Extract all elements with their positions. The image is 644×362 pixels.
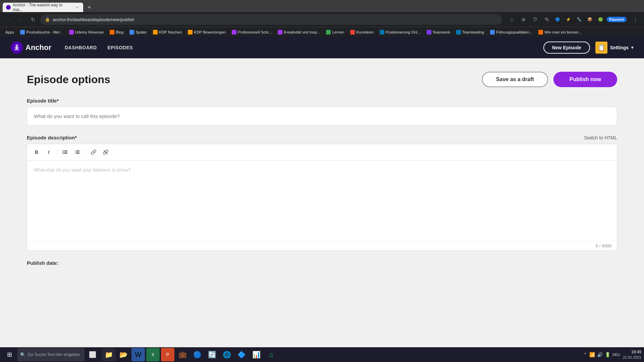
link-button[interactable] [88,147,99,158]
bookmark-label: Positionierung Onl... [386,30,421,34]
browser-actions: ☆ ⊕ ⏱ [507,15,540,24]
taskbar-explorer[interactable]: 📁 [102,348,115,361]
clock[interactable]: 18:49 21.01.2021 [623,349,641,360]
bookmark-favicon [20,30,25,35]
menu-button[interactable]: ⋮ [631,15,640,24]
bookmark-kreativitaet[interactable]: Kreativität und Insp... [275,29,323,35]
nav-dashboard[interactable]: DASHBOARD [65,45,97,50]
bookmark-kdp-bew[interactable]: KDP Bewertungen [185,29,228,35]
battery-icon[interactable]: 🔋 [605,352,610,357]
new-tab-button[interactable]: + [85,3,94,12]
taskbar-powerpoint[interactable]: P [161,348,174,361]
taskbar-spotify[interactable]: ♫ [264,348,278,361]
bookmark-label: KDP Nischen [159,30,182,34]
taskbar-edge[interactable]: 🔷 [235,348,248,361]
bold-button[interactable]: B [31,147,42,158]
url-bar[interactable]: 🔒 anchor.fm/dashboard/episode/new/publis… [40,14,502,25]
taskbar-app7[interactable]: 🔄 [205,348,219,361]
numbered-list-button[interactable]: 1. 2. 3. [72,147,83,158]
taskbar-chrome[interactable]: 🌐 [220,348,233,361]
bullet-list-button[interactable] [60,147,70,158]
bookmark-favicon [350,30,355,35]
ext-icon-2[interactable]: 🔵 [553,15,562,24]
windows-start-button[interactable]: ⊞ [3,348,16,361]
ext-icon-6[interactable]: 🟢 [596,15,605,24]
settings-button[interactable]: 📋 Settings ▾ [595,42,633,54]
bookmark-favicon [380,30,384,35]
bookmark-produktsuche[interactable]: Produktsuche - Mer... [17,29,65,35]
taskbar-excel[interactable]: X [146,348,160,361]
bookmark-lernen[interactable]: Lernen [323,29,347,35]
extensions-area: 🔌 🔵 ⚡ 🔧 📦 🟢 Pausiert [542,15,627,24]
bookmark-kursideen[interactable]: Kursideen [347,29,376,35]
history-icon[interactable]: ⏱ [530,15,540,24]
active-tab[interactable]: Anchor - The easiest way to mai... × [3,3,83,12]
unlink-button[interactable] [100,147,111,158]
bookmark-udemy[interactable]: Udemy Revenue [66,29,107,35]
address-bar: ← → ↻ 🔒 anchor.fm/dashboard/episode/new/… [0,12,644,27]
search-button[interactable]: 🔍 Zur Suche Text hier eingeben [17,348,85,361]
new-episode-button[interactable]: New Episode [543,42,590,54]
bookmark-label: KDP Bewertungen [194,30,225,34]
bookmark-blog[interactable]: Blog [107,29,126,35]
description-input[interactable]: What else do you want your listeners to … [27,161,617,241]
anchor-logo[interactable]: Anchor [11,42,51,54]
description-label: Episode description* [27,135,77,140]
episode-description-section: Episode description* Switch to HTML B I [27,135,617,251]
episode-title-section: Episode title* [27,98,617,125]
taskbar-app5[interactable]: 💼 [176,348,189,361]
taskbar-app8[interactable]: 📊 [250,348,263,361]
bookmark-wie-man[interactable]: Wie man ein besser... [536,29,584,35]
switch-to-html-button[interactable]: Switch to HTML [584,135,617,140]
taskbar-word[interactable]: W [131,348,145,361]
publish-date-section: Publish date: [27,260,617,266]
svg-rect-4 [64,152,67,153]
bookmark-favicon [278,30,282,35]
zoom-icon[interactable]: ⊕ [519,15,528,24]
reload-button[interactable]: ↻ [28,15,38,24]
bookmark-label: Wie man ein besser... [544,30,582,34]
bookmark-teamwork[interactable]: Teamwork [424,29,453,35]
task-view-button[interactable]: ⬜ [86,348,99,361]
forward-button[interactable]: → [16,15,25,24]
tab-close-button[interactable]: × [74,5,80,10]
bookmark-spaeter[interactable]: Später [127,29,150,35]
profile-badge[interactable]: Pausiert [607,17,627,22]
bookmark-label: Professionell Schr... [238,30,272,34]
volume-icon[interactable]: 🔊 [597,352,603,357]
back-button[interactable]: ← [4,15,13,24]
bookmark-teamleading[interactable]: Teamleading [453,29,487,35]
ext-icon-1[interactable]: 🔌 [542,15,552,24]
settings-chevron-icon: ▾ [631,45,633,50]
nav-right: New Episode 📋 Settings ▾ [543,42,633,54]
nav-episodes[interactable]: EPISODES [108,45,133,50]
bookmark-kdp-nischen[interactable]: KDP Nischen [150,29,184,35]
ext-icon-5[interactable]: 📦 [585,15,595,24]
header-actions: Save as a draft Publish now [482,72,617,87]
ext-icon-3[interactable]: ⚡ [564,15,573,24]
bookmark-apps[interactable]: Apps [3,29,17,35]
bookmark-label: Teamleading [462,30,484,34]
tray-arrow[interactable]: ⌃ [583,352,587,357]
episode-title-input[interactable] [27,107,617,125]
publish-now-button[interactable]: Publish now [553,72,617,87]
taskbar-files[interactable]: 📂 [117,348,130,361]
bookmark-fuehrung[interactable]: Führungsqualitäten... [487,29,535,35]
save-draft-button[interactable]: Save as a draft [482,72,548,87]
taskbar-apps: 📁 📂 W X P 💼 🔵 🔄 🌐 🔷 📊 ♫ [102,348,278,361]
bookmark-label: Später [136,30,147,34]
svg-point-3 [63,152,64,153]
network-icon[interactable]: 📶 [589,352,595,357]
bookmark-professionell[interactable]: Professionell Schr... [229,29,275,35]
bookmark-label: Kursideen [356,30,374,34]
bookmark-positionierung[interactable]: Positionierung Onl... [377,29,423,35]
bookmark-label: Kreativität und Insp... [284,30,320,34]
italic-button[interactable]: I [43,147,54,158]
taskbar-app6[interactable]: 🔵 [191,348,204,361]
bookmark-icon[interactable]: ☆ [507,15,517,24]
anchor-nav: Anchor DASHBOARD EPISODES New Episode 📋 … [0,37,644,58]
description-header: Episode description* Switch to HTML [27,135,617,140]
settings-icon: 📋 [595,42,607,54]
ext-icon-4[interactable]: 🔧 [575,15,584,24]
bookmark-label: Teamwork [433,30,450,34]
